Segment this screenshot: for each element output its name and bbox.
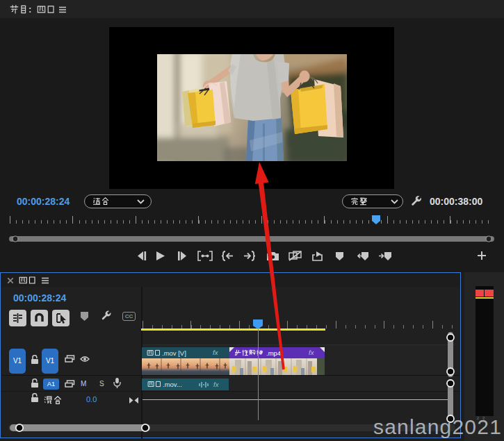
svg-text::: : <box>29 4 31 15</box>
